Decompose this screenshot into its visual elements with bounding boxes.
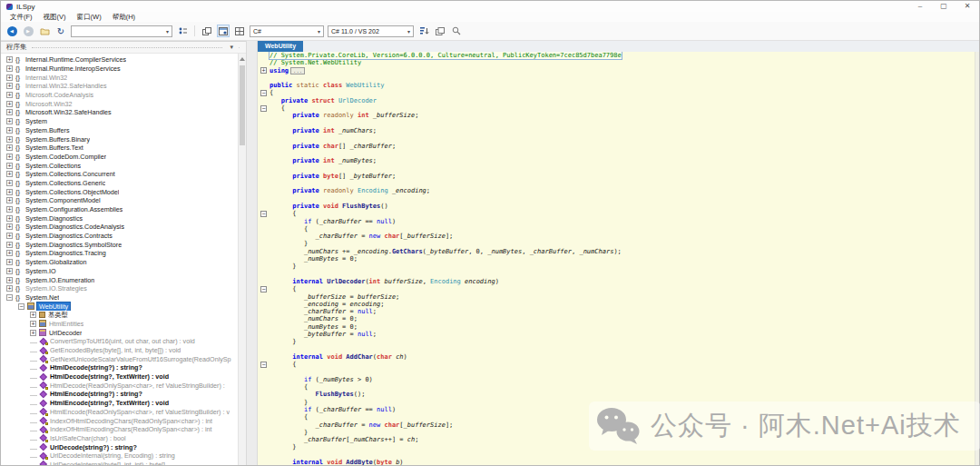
tree-item[interactable]: GetNextUnicodeScalarValueFromUtf16Surrog…: [1, 354, 238, 363]
menu-item[interactable]: 文件(F): [5, 12, 38, 22]
tree-scrollbar[interactable]: [238, 54, 246, 465]
expander-icon[interactable]: +: [30, 321, 36, 327]
expander-icon[interactable]: +: [6, 242, 13, 248]
pin-icon[interactable]: [236, 44, 242, 51]
expander-icon[interactable]: +: [6, 109, 13, 115]
tree-item[interactable]: +{}System.Globalization: [1, 258, 238, 267]
expander-icon[interactable]: +: [6, 180, 13, 186]
expander-icon[interactable]: +: [6, 197, 13, 203]
expander-icon[interactable]: +: [30, 312, 36, 318]
assemblies-tree[interactable]: +{}Internal.Runtime.CompilerServices+{}I…: [1, 54, 238, 465]
tree-item[interactable]: IndexOfHtmlDecodingChars(ReadOnlySpan<ch…: [1, 416, 238, 425]
tree-item[interactable]: HtmlDecode(string?, TextWriter) : void: [1, 372, 238, 382]
tree-item[interactable]: +{}Microsoft.CodeAnalysis: [1, 91, 238, 100]
tree-item[interactable]: +{}System.IO: [1, 267, 238, 276]
tree-item[interactable]: +{}System.Buffers.Text: [1, 144, 238, 153]
expander-icon[interactable]: +: [6, 259, 13, 265]
tree-item[interactable]: +{}System.CodeDom.Compiler: [1, 153, 238, 162]
tree-item[interactable]: +{}System.Buffers: [1, 126, 238, 135]
forward-button[interactable]: ▶: [22, 25, 34, 37]
tree-item[interactable]: +{}System.Diagnostics.Tracing: [1, 249, 238, 258]
tree-item[interactable]: +{}System.Collections: [1, 161, 238, 170]
tree-item[interactable]: +{}Internal.Runtime.CompilerServices: [1, 55, 238, 64]
tree-item[interactable]: +{}System.Diagnostics.Contracts: [1, 232, 238, 241]
tree-item[interactable]: HtmlEncode(ReadOnlySpan<char>, ref Value…: [1, 408, 238, 417]
tree-item[interactable]: HtmlDecode(ReadOnlySpan<char>, ref Value…: [1, 381, 238, 390]
expander-icon[interactable]: +: [6, 215, 13, 222]
expander-icon[interactable]: +: [6, 127, 13, 134]
tree-item[interactable]: +{}Microsoft.Win32: [1, 99, 238, 108]
tree-item[interactable]: UrlDecodeInternal(string, Encoding) : st…: [1, 451, 238, 461]
expander-icon[interactable]: +: [6, 74, 13, 81]
minimize-button[interactable]: –: [908, 1, 932, 12]
tree-item[interactable]: +{}System: [1, 117, 238, 126]
expander-icon[interactable]: +: [6, 144, 13, 151]
tree-item[interactable]: UrlDecodeInternal(byte[], int, int) : by…: [1, 461, 238, 465]
expander-icon[interactable]: +: [6, 285, 13, 292]
tree-item[interactable]: +{}System.Buffers.Binary: [1, 134, 238, 144]
expander-icon[interactable]: +: [6, 154, 13, 160]
grid-window-button[interactable]: [233, 25, 246, 37]
expander-icon[interactable]: +: [6, 101, 13, 107]
tree-item[interactable]: IndexOfHtmlEncodingChars(ReadOnlySpan<ch…: [1, 425, 238, 434]
tree-item[interactable]: +{}System.Configuration.Assemblies: [1, 205, 238, 214]
tree-item[interactable]: +{}System.ComponentModel: [1, 196, 238, 205]
fold-toggle[interactable]: −: [260, 362, 267, 368]
expander-icon[interactable]: +: [6, 189, 13, 195]
float-window-button[interactable]: [201, 25, 213, 37]
reload-button[interactable]: ↻: [54, 25, 67, 37]
fold-toggle[interactable]: −: [260, 286, 267, 292]
tree-item[interactable]: −{}System.Net: [1, 293, 238, 302]
tree-item[interactable]: ConvertSmpToUtf16(uint, out char, out ch…: [1, 337, 238, 346]
menu-item[interactable]: 视图(V): [38, 12, 72, 22]
dock-window-button[interactable]: [217, 25, 230, 37]
assembly-filter-combobox[interactable]: ▾: [71, 25, 172, 37]
expander-icon[interactable]: +: [6, 56, 13, 63]
maximize-button[interactable]: ▢: [932, 1, 956, 12]
expander-icon[interactable]: +: [6, 118, 13, 124]
panel-splitter[interactable]: [246, 41, 258, 465]
open-file-button[interactable]: [38, 25, 51, 37]
expander-icon[interactable]: +: [6, 223, 13, 230]
language-select[interactable]: C# ▾: [250, 25, 324, 37]
expander-icon[interactable]: +: [6, 65, 13, 72]
tree-item[interactable]: +{}System.Collections.Concurrent: [1, 170, 238, 179]
expander-icon[interactable]: +: [6, 206, 13, 213]
tree-item[interactable]: +{}Internal.Win32: [1, 73, 238, 82]
tree-item[interactable]: HtmlEncode(string?, TextWriter) : void: [1, 399, 238, 408]
tree-item[interactable]: UrlDecode(string?) : string?: [1, 442, 238, 451]
tree-item[interactable]: +{}System.Diagnostics.SymbolStore: [1, 240, 238, 249]
tree-item[interactable]: HtmlEncode(string?) : string?: [1, 390, 238, 399]
scroll-up-arrow-icon[interactable]: [240, 57, 245, 61]
tree-item[interactable]: +{}System.Diagnostics: [1, 213, 238, 223]
language-version-select[interactable]: C# 11.0 / VS 202 ▾: [328, 25, 414, 37]
tree-scrollbar-thumb[interactable]: [240, 65, 245, 145]
expander-icon[interactable]: +: [6, 233, 13, 239]
expander-icon[interactable]: +: [6, 163, 13, 169]
sort-assemblies-button[interactable]: [176, 25, 189, 37]
tree-item[interactable]: +{}System.Collections.ObjectModel: [1, 187, 238, 196]
tree-item[interactable]: +UrlDecoder: [1, 328, 238, 337]
expander-icon[interactable]: +: [6, 83, 13, 89]
tree-item[interactable]: +{}Microsoft.Win32.SafeHandles: [1, 108, 238, 117]
tree-item[interactable]: IsUrlSafeChar(char) : bool: [1, 434, 238, 443]
assembly-filter-input[interactable]: [74, 28, 163, 35]
expander-icon[interactable]: +: [6, 250, 13, 256]
panel-menu-chevron-icon[interactable]: ▾: [227, 44, 236, 51]
search-button[interactable]: [450, 25, 463, 37]
fold-toggle[interactable]: −: [260, 90, 267, 96]
close-button[interactable]: ✕: [956, 1, 979, 12]
tree-item[interactable]: GetEncodedBytes(byte[], int, int, byte[]…: [1, 346, 238, 355]
az-sort-button[interactable]: [417, 25, 430, 37]
menu-item[interactable]: 窗口(W): [72, 12, 107, 22]
tree-item[interactable]: +基类型: [1, 311, 238, 320]
tree-item[interactable]: −WebUtility: [1, 302, 238, 311]
tree-item[interactable]: +HtmlEntities: [1, 320, 238, 329]
tree-item[interactable]: +{}System.IO.Enumeration: [1, 275, 238, 284]
tree-item[interactable]: +{}System.IO.Strategies: [1, 284, 238, 293]
tree-item[interactable]: +{}System.Diagnostics.CodeAnalysis: [1, 223, 238, 232]
menu-item[interactable]: 帮助(H): [107, 12, 141, 22]
expander-icon[interactable]: +: [6, 171, 13, 177]
expander-icon[interactable]: +: [6, 92, 13, 98]
back-button[interactable]: ◀: [5, 25, 18, 37]
